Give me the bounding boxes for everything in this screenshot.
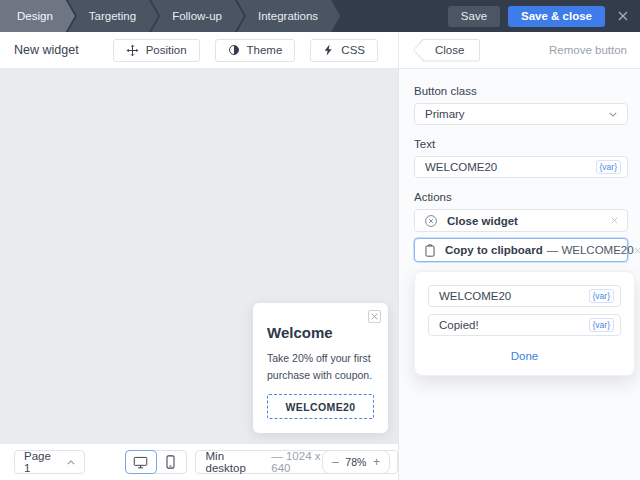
copy-value-input[interactable] [439, 290, 589, 302]
theme-button-label: Theme [247, 44, 283, 56]
tab-follow-up-label: Follow-up [172, 10, 222, 22]
close-editor-button[interactable] [617, 10, 629, 22]
zoom-in-button[interactable]: + [373, 456, 380, 468]
css-button-label: CSS [341, 44, 365, 56]
tab-targeting-label: Targeting [89, 10, 136, 22]
save-button[interactable]: Save [448, 6, 500, 27]
insert-variable-button[interactable]: {var} [589, 289, 615, 303]
contrast-icon [228, 44, 240, 56]
tab-integrations-label: Integrations [258, 10, 318, 22]
navbar-actions: Save Save & close [448, 0, 640, 32]
close-panel-button[interactable]: Close [413, 39, 480, 62]
lightning-icon [323, 44, 334, 56]
tab-follow-up[interactable]: Follow-up [151, 0, 244, 32]
zoom-level: 78% [345, 456, 366, 468]
tab-design-label: Design [17, 10, 53, 22]
insert-variable-button[interactable]: {var} [589, 318, 615, 332]
css-button[interactable]: CSS [310, 39, 378, 62]
tab-integrations[interactable]: Integrations [237, 0, 340, 32]
widget-body-text: Take 20% off your first purchase with co… [267, 350, 374, 383]
button-class-label: Button class [414, 85, 628, 97]
page-select-label: Page 1 [24, 450, 60, 474]
widget-heading: Welcome [267, 324, 374, 341]
action-close-widget[interactable]: Close widget [414, 209, 628, 232]
position-button[interactable]: Position [113, 39, 200, 62]
device-toggle-group [125, 450, 187, 474]
button-class-select[interactable]: Primary [414, 103, 628, 125]
chevron-up-icon [67, 460, 75, 465]
close-icon [371, 313, 378, 320]
text-field-row: {var} [414, 156, 628, 178]
bottom-toolbar: Page 1 Min desktop — 1024 x 640 – 78% + [0, 443, 398, 480]
zoom-out-button[interactable]: – [332, 456, 339, 468]
actions-label: Actions [414, 191, 628, 203]
widget-toolbar: New widget Position Theme CSS [0, 32, 398, 69]
inspector-body: Button class Primary Text {var} Actions … [399, 69, 640, 376]
theme-button[interactable]: Theme [215, 39, 296, 62]
tab-design[interactable]: Design [0, 0, 75, 32]
tab-targeting[interactable]: Targeting [68, 0, 158, 32]
remove-action-icon[interactable] [634, 247, 640, 254]
text-input[interactable] [425, 161, 596, 173]
mobile-view-button[interactable] [156, 451, 186, 473]
widget-title: New widget [14, 43, 113, 57]
page-select[interactable]: Page 1 [14, 450, 85, 474]
zoom-control: – 78% + [322, 450, 390, 474]
widget-preview-card[interactable]: Welcome Take 20% off your first purchase… [253, 303, 388, 433]
close-panel-label: Close [435, 44, 464, 56]
move-icon [126, 44, 139, 57]
inspector-panel: Close Remove button Button class Primary… [398, 32, 640, 480]
inspector-header: Close Remove button [399, 32, 640, 69]
widget-coupon-button[interactable]: WELCOME20 [267, 394, 374, 419]
preview-canvas[interactable]: Welcome Take 20% off your first purchase… [0, 69, 398, 443]
copied-feedback-row: {var} [428, 314, 621, 336]
done-link[interactable]: Done [428, 343, 621, 367]
action-copy-label: Copy to clipboard [445, 244, 543, 256]
remove-action-icon[interactable] [611, 217, 618, 224]
clipboard-icon [424, 244, 436, 257]
circle-x-icon [424, 214, 438, 228]
text-field-label: Text [414, 138, 628, 150]
insert-variable-button[interactable]: {var} [596, 160, 622, 174]
widget-close-button[interactable] [368, 310, 381, 323]
action-close-widget-label: Close widget [447, 215, 518, 227]
action-copy-detail: — WELCOME20 [547, 244, 634, 256]
button-class-value: Primary [425, 108, 465, 120]
copy-value-row: {var} [428, 285, 621, 307]
desktop-icon [133, 455, 148, 469]
main-tabs: Design Targeting Follow-up Integrations [0, 0, 448, 32]
top-navbar: Design Targeting Follow-up Integrations … [0, 0, 640, 32]
copy-action-popover: {var} {var} Done [414, 271, 635, 376]
mobile-icon [165, 455, 176, 469]
desktop-view-button[interactable] [126, 451, 156, 473]
position-button-label: Position [146, 44, 187, 56]
save-and-close-button[interactable]: Save & close [508, 6, 605, 27]
close-icon [617, 10, 629, 22]
copied-feedback-input[interactable] [439, 319, 589, 331]
viewport-size-label: Min desktop [206, 450, 267, 474]
chevron-down-icon [609, 112, 617, 117]
action-copy-to-clipboard[interactable]: Copy to clipboard — WELCOME20 [414, 238, 628, 262]
remove-button-link[interactable]: Remove button [549, 44, 627, 56]
